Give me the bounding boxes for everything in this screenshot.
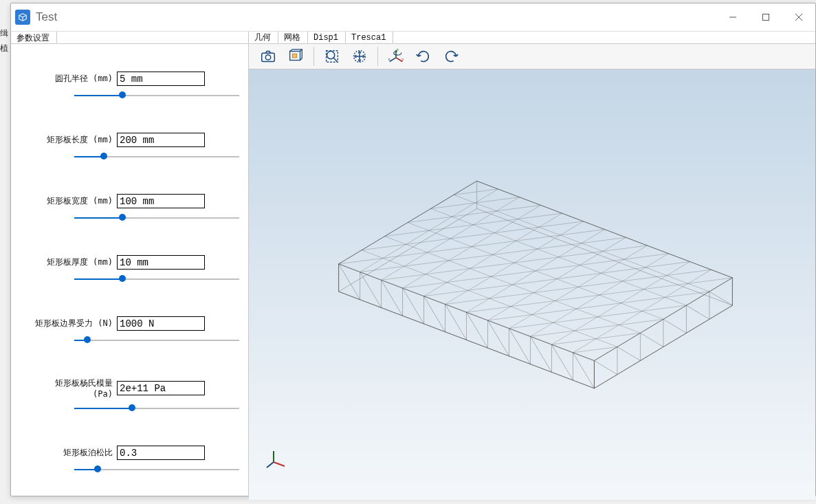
svg-line-34 — [454, 181, 476, 195]
param-slider[interactable] — [74, 464, 239, 475]
svg-line-224 — [667, 262, 690, 276]
svg-line-21 — [362, 250, 383, 259]
param-slider[interactable] — [74, 151, 239, 162]
svg-line-90 — [518, 219, 539, 228]
svg-line-184 — [601, 267, 645, 273]
svg-line-61 — [404, 261, 448, 266]
maximize-button[interactable] — [749, 3, 782, 31]
svg-line-182 — [601, 273, 622, 281]
svg-line-29 — [408, 217, 452, 222]
svg-line-291 — [594, 361, 617, 375]
tab-网格[interactable]: 网格 — [278, 32, 308, 43]
svg-line-33 — [454, 195, 475, 203]
svg-line-299 — [663, 333, 686, 347]
svg-line-286 — [573, 380, 594, 388]
svg-line-206 — [646, 262, 690, 267]
param-slider[interactable] — [74, 90, 239, 101]
svg-line-27 — [408, 223, 429, 231]
svg-line-167 — [603, 237, 626, 251]
svg-line-22 — [362, 237, 384, 250]
svg-line-204 — [646, 267, 667, 276]
svg-line-214 — [597, 317, 619, 325]
svg-line-113 — [445, 304, 467, 312]
param-input[interactable] — [117, 194, 205, 208]
svg-line-129 — [560, 221, 583, 235]
svg-line-215 — [597, 303, 620, 317]
svg-line-103 — [493, 254, 514, 263]
svg-line-50 — [452, 203, 475, 217]
svg-line-196 — [576, 295, 599, 309]
svg-line-116 — [468, 290, 489, 298]
svg-line-125 — [538, 249, 559, 257]
svg-line-232 — [596, 333, 640, 338]
param-input[interactable] — [117, 316, 205, 331]
svg-line-67 — [450, 233, 494, 239]
svg-line-82 — [449, 247, 472, 261]
window-title: Test — [36, 10, 57, 24]
svg-line-274 — [488, 348, 509, 356]
svg-text:x: x — [388, 57, 390, 61]
3d-viewport[interactable] — [249, 69, 815, 500]
svg-line-183 — [601, 259, 624, 273]
svg-line-168 — [603, 245, 647, 251]
svg-line-94 — [424, 296, 445, 305]
param-slider[interactable] — [74, 403, 239, 414]
pan-icon[interactable] — [346, 44, 373, 69]
svg-line-297 — [640, 333, 663, 347]
minimize-button[interactable] — [716, 3, 749, 31]
svg-line-251 — [709, 278, 732, 292]
zoom-box-icon[interactable] — [318, 44, 346, 69]
viewport-panel: 几何网格Disp1Tresca1 — [249, 32, 815, 496]
param-slider[interactable] — [74, 335, 239, 346]
param-label: 矩形板杨氏模量 (Pa) — [32, 377, 113, 399]
tab-parameters[interactable]: 参数设置 — [11, 32, 57, 43]
tab-disp1[interactable]: Disp1 — [308, 32, 346, 43]
svg-line-277 — [509, 356, 531, 364]
svg-line-202 — [622, 267, 645, 281]
svg-line-37 — [360, 272, 382, 281]
param-label: 矩形板长度 (mm) — [32, 134, 113, 146]
svg-line-173 — [532, 315, 553, 323]
param-label: 圆孔半径 (mm) — [32, 73, 113, 85]
svg-line-14 — [390, 58, 396, 62]
param-input[interactable] — [117, 446, 205, 460]
svg-line-112 — [562, 213, 584, 221]
axes-icon[interactable]: zyx — [382, 44, 410, 69]
svg-line-185 — [624, 259, 646, 267]
svg-line-74 — [520, 197, 541, 206]
app-icon — [15, 10, 30, 25]
svg-line-137 — [489, 293, 533, 298]
close-button[interactable] — [782, 3, 815, 31]
svg-line-70 — [474, 219, 518, 225]
tab-几何[interactable]: 几何 — [249, 32, 278, 43]
svg-line-310 — [267, 462, 274, 468]
param-input[interactable] — [117, 255, 205, 270]
svg-line-248 — [640, 319, 663, 333]
app-window: Test 参数设置 圆孔半径 (mm)矩形板长度 (mm)矩形板宽度 (mm)矩… — [10, 3, 816, 496]
parameter-panel: 参数设置 圆孔半径 (mm)矩形板长度 (mm)矩形板宽度 (mm)矩形板厚度 … — [11, 32, 249, 496]
param-input[interactable] — [117, 72, 205, 86]
svg-line-240 — [665, 283, 687, 297]
svg-line-107 — [516, 227, 539, 241]
svg-line-68 — [474, 225, 495, 233]
fit-box-icon[interactable] — [282, 44, 309, 69]
rotate-ccw-icon[interactable] — [437, 44, 465, 69]
svg-line-126 — [538, 235, 560, 249]
svg-text:z: z — [397, 47, 399, 52]
viewport-toolbar: zyx — [249, 44, 815, 69]
camera-icon[interactable] — [254, 44, 282, 69]
svg-line-216 — [597, 311, 641, 317]
rotate-cw-icon[interactable] — [410, 44, 437, 69]
param-input[interactable] — [117, 133, 205, 147]
svg-line-66 — [450, 225, 473, 239]
right-tabstrip: 几何网格Disp1Tresca1 — [249, 32, 815, 44]
param-input[interactable] — [117, 381, 205, 395]
param-slider[interactable] — [74, 212, 239, 223]
param-label: 矩形板边界受力 (N) — [32, 318, 113, 329]
param-slider[interactable] — [74, 274, 239, 285]
svg-line-180 — [578, 273, 601, 287]
svg-line-38 — [360, 258, 383, 272]
svg-line-43 — [406, 244, 428, 252]
svg-line-163 — [580, 265, 602, 274]
tab-tresca1[interactable]: Tresca1 — [346, 32, 393, 43]
